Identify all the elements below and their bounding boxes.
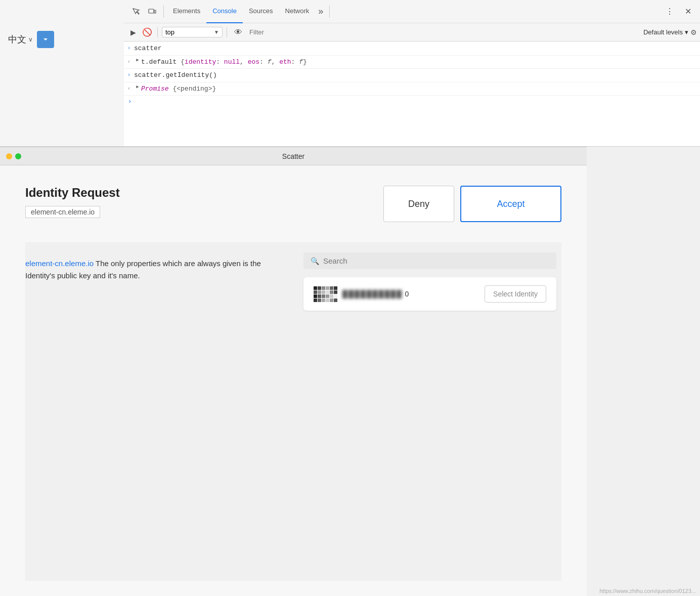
svg-rect-0: [149, 9, 154, 13]
context-selector[interactable]: top ▼: [162, 27, 223, 37]
avatar-pixel: [334, 294, 337, 298]
lang-dropdown-button[interactable]: [37, 31, 54, 48]
devtools-right-icons: ⋮ ✕: [662, 4, 696, 20]
avatar-pixel: [322, 286, 325, 290]
tab-separator-2: [329, 6, 330, 18]
toolbar-separator: [157, 27, 158, 37]
console-arrow-left-4: ‹: [124, 84, 134, 92]
avatar-pixel: [330, 299, 333, 302]
tab-network[interactable]: Network: [279, 0, 316, 23]
avatar-pixel: [334, 299, 337, 302]
close-devtools-icon[interactable]: ✕: [680, 4, 696, 20]
identity-request-title: Identity Request: [25, 186, 383, 200]
window-dots: [6, 153, 21, 159]
avatar-pixel: [314, 286, 317, 290]
device-toggle-icon[interactable]: [144, 4, 160, 20]
console-line-4: ‹ ▶ Promise {<pending>}: [124, 82, 700, 96]
expand-icon-4[interactable]: ▶: [134, 84, 141, 90]
devtools-panel: Elements Console Sources Network » ⋮ ✕ ▶…: [0, 0, 700, 147]
accept-button[interactable]: Accept: [460, 186, 561, 222]
avatar-pixel: [318, 286, 321, 290]
language-text: 中文: [8, 33, 26, 46]
console-toolbar: ▶ 🚫 top ▼ 👁 Default levels ▾ ⚙: [124, 23, 700, 41]
svg-rect-1: [154, 10, 156, 13]
select-identity-button[interactable]: Select Identity: [485, 285, 546, 303]
console-text-2: t.default {identity: null, eos: f, eth: …: [141, 57, 696, 67]
scatter-title: Scatter: [282, 152, 304, 160]
domain-badge: element-cn.eleme.io: [25, 206, 100, 218]
identity-name: ██████████ 0: [342, 290, 409, 298]
dot-yellow: [6, 153, 12, 159]
search-icon: 🔍: [311, 257, 319, 265]
search-box: 🔍: [303, 252, 556, 269]
console-arrow-right: ›: [124, 44, 134, 51]
tab-elements[interactable]: Elements: [167, 0, 206, 23]
console-output: › Identity Request scatter ‹ ▶ t.default…: [124, 42, 700, 146]
more-tabs-icon[interactable]: »: [315, 6, 326, 17]
watermark-url: https://www.zhihu.com/question/0123...: [599, 588, 696, 594]
language-selector-area: 中文 ∨: [0, 25, 124, 53]
context-chevron-icon: ▼: [214, 29, 219, 35]
avatar-pixel: [314, 290, 317, 294]
scatter-description-panel: element-cn.eleme.io The only properties …: [25, 242, 298, 581]
avatar-pixel: [330, 294, 333, 298]
console-line-1: › Identity Request scatter: [124, 42, 700, 56]
expand-icon-2[interactable]: ▶: [134, 57, 141, 63]
avatar: [314, 286, 337, 302]
avatar-pixel: [326, 299, 329, 302]
scatter-bottom-row: element-cn.eleme.io The only properties …: [25, 242, 561, 581]
avatar-pixel: [330, 286, 333, 290]
dot-green: [15, 153, 21, 159]
console-text-4: Promise {<pending>}: [141, 84, 696, 94]
console-arrow-right-3: ›: [124, 70, 134, 78]
avatar-pixel: [318, 294, 321, 298]
eye-icon[interactable]: 👁: [231, 25, 245, 39]
console-text-3: scatter.getIdentity(): [134, 70, 696, 80]
scatter-identity-info: Identity Request element-cn.eleme.io: [25, 186, 383, 218]
console-line-2: ‹ ▶ t.default {identity: null, eos: f, e…: [124, 56, 700, 69]
scatter-description: element-cn.eleme.io The only properties …: [25, 258, 278, 282]
avatar-pixel: [334, 290, 337, 294]
scatter-identity-panel: 🔍: [298, 242, 561, 581]
scatter-window: Scatter Identity Request element-cn.elem…: [0, 147, 587, 596]
devtools-tabbar: Elements Console Sources Network » ⋮ ✕: [124, 0, 700, 23]
avatar-pixel: [334, 286, 337, 290]
identity-card: ██████████ 0 Select Identity: [303, 277, 556, 311]
stop-icon[interactable]: 🚫: [141, 26, 153, 38]
filter-input[interactable]: [247, 27, 641, 37]
play-icon[interactable]: ▶: [127, 26, 139, 38]
description-link[interactable]: element-cn.eleme.io: [25, 259, 94, 268]
avatar-pixel: [326, 290, 329, 294]
console-prompt[interactable]: ›: [124, 96, 700, 108]
tab-console[interactable]: Console: [206, 0, 243, 23]
tab-separator: [163, 6, 164, 18]
avatar-pixel: [330, 290, 333, 294]
search-input[interactable]: [323, 257, 549, 265]
identity-info: ██████████ 0: [314, 286, 409, 302]
avatar-pixel: [326, 286, 329, 290]
avatar-pixel: [326, 294, 329, 298]
avatar-pixel: [314, 294, 317, 298]
avatar-pixel: [322, 299, 325, 302]
scatter-top-row: Identity Request element-cn.eleme.io Den…: [25, 186, 561, 222]
scatter-action-buttons: Deny Accept: [383, 186, 561, 222]
avatar-pixel: [314, 299, 317, 302]
levels-chevron-icon: ▾: [685, 28, 688, 36]
avatar-pixel: [322, 294, 325, 298]
scatter-titlebar: Scatter: [0, 147, 587, 165]
console-text-1: Identity Request scatter: [134, 44, 696, 54]
tab-sources[interactable]: Sources: [243, 0, 279, 23]
inspect-icon[interactable]: [128, 4, 144, 20]
settings-icon[interactable]: ⚙: [690, 28, 697, 36]
lang-chevron-icon: ∨: [28, 36, 33, 43]
console-line-3: › scatter.getIdentity(): [124, 69, 700, 82]
kebab-menu-icon[interactable]: ⋮: [662, 4, 678, 20]
deny-button[interactable]: Deny: [383, 186, 454, 222]
log-levels-selector[interactable]: Default levels ▾: [643, 28, 688, 36]
console-arrow-left-2: ‹: [124, 57, 134, 65]
avatar-pixel: [318, 299, 321, 302]
toolbar-separator-2: [227, 27, 227, 37]
prompt-arrow-icon: ›: [128, 98, 132, 105]
scatter-main-content: Identity Request element-cn.eleme.io Den…: [0, 165, 587, 596]
avatar-pixel: [322, 290, 325, 294]
